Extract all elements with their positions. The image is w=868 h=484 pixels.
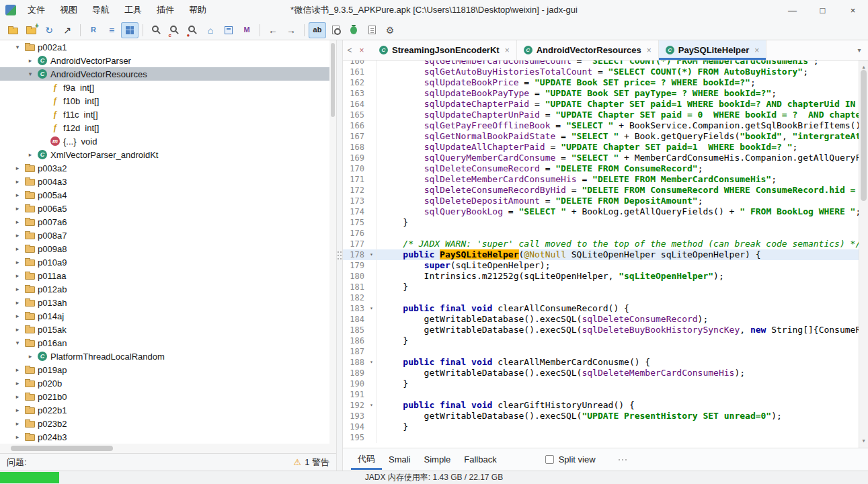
chevron-down-icon[interactable]: ▾ <box>25 71 36 77</box>
warnings-summary[interactable]: ⚠ 1 警告 <box>294 456 330 469</box>
menu-item-file[interactable]: 文件 <box>20 0 52 20</box>
chevron-right-icon[interactable]: ▸ <box>12 393 23 400</box>
code-line-181[interactable]: 181 } <box>343 282 859 292</box>
tree-item-method[interactable]: m{...}void <box>0 134 336 148</box>
code-line-165[interactable]: 165 sqlUpdateChapterUnPaid = "UPDATE Cha… <box>343 110 859 120</box>
tree-item-p014aj[interactable]: ▸p014aj <box>0 309 336 323</box>
code-line-189[interactable]: 189 getWritableDatabase().execSQL(sqlDel… <box>343 368 859 378</box>
decompile-all-icon[interactable] <box>220 22 237 38</box>
tree-item-p002a1[interactable]: ▾p002a1 <box>0 40 336 54</box>
tab-close-icon[interactable]: × <box>647 46 652 55</box>
view-tab-method[interactable]: 代码 <box>351 449 382 470</box>
code-line-171[interactable]: 171 sqlDeleteMemberCardConsumeHis = "DEL… <box>343 174 859 185</box>
scrollbar-thumb[interactable] <box>861 70 867 201</box>
code-line-186[interactable]: 186 } <box>343 335 859 346</box>
menu-item-tools[interactable]: 工具 <box>117 0 149 20</box>
close-button[interactable]: × <box>838 0 868 20</box>
tree-horizontal-scrollbar[interactable] <box>0 444 336 453</box>
tree-item-androidvectorparser[interactable]: ▸CAndroidVectorParser <box>0 54 336 67</box>
tree-item-p021b0[interactable]: ▸p021b0 <box>0 390 336 403</box>
search-text-icon[interactable] <box>147 22 165 38</box>
tree-vertical-scrollbar[interactable] <box>329 40 336 444</box>
tab-close-icon[interactable]: × <box>754 46 759 55</box>
code-line-169[interactable]: 169 sqlQueryMemberCardConsume = "SELECT … <box>343 153 859 163</box>
chevron-right-icon[interactable]: ▸ <box>12 245 23 252</box>
tab-list-dropdown-icon[interactable]: ▾ <box>851 40 868 60</box>
code-editor[interactable]: 160 sqlGetMemberCardConsumeCount = "SELE… <box>343 61 859 448</box>
open-file-icon[interactable] <box>4 22 22 38</box>
chevron-right-icon[interactable]: ▸ <box>12 286 23 292</box>
tree-item-platformthreadlocalrandom[interactable]: ▸CPlatformThreadLocalRandom <box>0 350 336 363</box>
menu-item-view[interactable]: 视图 <box>52 0 85 20</box>
code-line-162[interactable]: 162 sqlUpdateBookPrice = "UPDATE Book SE… <box>343 77 859 88</box>
code-line-187[interactable]: 187 <box>343 346 859 357</box>
tab-androidvectorresources[interactable]: CAndroidVectorResources× <box>517 40 659 60</box>
code-line-182[interactable]: 182 <box>343 292 859 303</box>
editor-vertical-scrollbar[interactable]: ▲ ▼ <box>859 61 868 448</box>
tree-item-p003a2[interactable]: ▸p003a2 <box>0 161 336 175</box>
view-tab-fallback[interactable]: Fallback <box>457 450 503 469</box>
chevron-right-icon[interactable]: ▸ <box>12 272 23 279</box>
tab-scroll-left-icon[interactable]: < <box>343 40 356 60</box>
tree-item-f10b[interactable]: ff10bint[] <box>0 94 336 108</box>
tab-streamingjsonencoderkt[interactable]: CStreamingJsonEncoderKt× <box>372 40 517 60</box>
tree-item-p013ah[interactable]: ▸p013ah <box>0 296 336 309</box>
view-tab-smali[interactable]: Smali <box>382 450 418 469</box>
code-line-190[interactable]: 190 } <box>343 378 859 389</box>
main-activity-icon[interactable]: ⌂ <box>202 22 219 38</box>
tab-close-icon[interactable]: × <box>356 40 367 60</box>
comments-icon[interactable]: ≡ <box>103 22 120 38</box>
tree-item-f9a[interactable]: ff9aint[] <box>0 81 336 94</box>
deobfuscation-icon[interactable]: ab <box>309 22 326 38</box>
chevron-right-icon[interactable]: ▸ <box>12 259 23 266</box>
chevron-down-icon[interactable]: ▾ <box>12 339 23 346</box>
view-tab-simple[interactable]: Simple <box>418 450 458 469</box>
chevron-right-icon[interactable]: ▸ <box>12 380 23 387</box>
chevron-right-icon[interactable]: ▸ <box>25 57 36 64</box>
chevron-right-icon[interactable]: ▸ <box>12 165 23 171</box>
code-line-170[interactable]: 170 sqlDeleteConsumeRecord = "DELETE FRO… <box>343 163 859 174</box>
code-line-195[interactable]: 195 <box>343 432 859 443</box>
menu-item-help[interactable]: 帮助 <box>182 0 214 20</box>
export-icon[interactable]: ↗ <box>58 22 76 38</box>
code-line-173[interactable]: 173 sqlDeleteDepositAmount = "DELETE FRO… <box>343 196 859 206</box>
chevron-right-icon[interactable]: ▸ <box>12 205 23 212</box>
code-line-194[interactable]: 194 } <box>343 421 859 432</box>
inspect-icon[interactable] <box>327 22 344 38</box>
tree-item-p005a4[interactable]: ▸p005a4 <box>0 188 336 202</box>
code-line-166[interactable]: 166 sqlGetPayFreeOfflineBook = "SELECT "… <box>343 120 859 131</box>
tree-item-p010a9[interactable]: ▸p010a9 <box>0 255 336 269</box>
panel-splitter[interactable] <box>336 40 343 471</box>
code-line-175[interactable]: 175 } <box>343 217 859 228</box>
chevron-right-icon[interactable]: ▸ <box>12 178 23 185</box>
code-line-191[interactable]: 191 <box>343 389 859 400</box>
tree-item-p019ap[interactable]: ▸p019ap <box>0 363 336 376</box>
chevron-right-icon[interactable]: ▸ <box>12 366 23 373</box>
search-class-icon[interactable]: c <box>165 22 183 38</box>
chevron-down-icon[interactable]: ▾ <box>12 44 23 50</box>
tree-item-f12d[interactable]: ff12dint[] <box>0 121 336 134</box>
maximize-button[interactable]: □ <box>807 0 838 20</box>
code-line-179[interactable]: 179 super(sqLiteOpenHelper); <box>343 260 859 271</box>
tree-item-p015ak[interactable]: ▸p015ak <box>0 323 336 336</box>
flat-packages-icon[interactable] <box>121 22 139 38</box>
tree-item-p020b[interactable]: ▸p020b <box>0 376 336 390</box>
tree-item-p006a5[interactable]: ▸p006a5 <box>0 202 336 215</box>
fold-collapse-icon[interactable]: ▾ <box>367 357 377 368</box>
code-line-168[interactable]: 168 sqlUpdateAllChapterPaid = "UPDATE Ch… <box>343 142 859 153</box>
scrollbar-thumb[interactable] <box>331 43 335 117</box>
fold-collapse-icon[interactable]: ▾ <box>367 249 377 260</box>
code-line-180[interactable]: 180 Intrinsics.m21252g(sqLiteOpenHelper,… <box>343 271 859 282</box>
code-line-193[interactable]: 193 getWritableDatabase().execSQL("UPDAT… <box>343 411 859 421</box>
chevron-right-icon[interactable]: ▸ <box>12 192 23 198</box>
code-line-183[interactable]: 183▾ public final void clearAllConsumeRe… <box>343 303 859 314</box>
tree-item-f11c[interactable]: ff11cint[] <box>0 108 336 121</box>
fold-collapse-icon[interactable]: ▾ <box>367 400 377 411</box>
add-files-icon[interactable]: + <box>22 22 40 38</box>
code-line-188[interactable]: 188▾ public final void clearAllMemberCar… <box>343 357 859 368</box>
back-icon[interactable]: ← <box>264 22 282 38</box>
menu-item-plugins[interactable]: 插件 <box>149 0 182 20</box>
chevron-right-icon[interactable]: ▸ <box>12 407 23 413</box>
code-line-174[interactable]: 174 sqlQueryBookLog = "SELECT " + BookLo… <box>343 206 859 217</box>
tab-paysqlitehelper[interactable]: CPaySQLiteHelper× <box>659 40 767 60</box>
